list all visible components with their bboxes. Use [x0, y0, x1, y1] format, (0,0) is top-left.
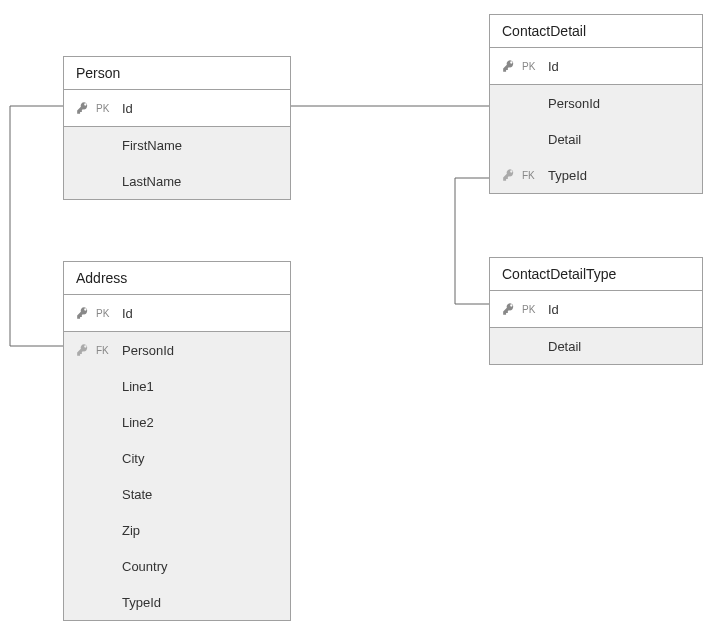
key-icon — [498, 59, 520, 73]
key-icon — [72, 343, 94, 357]
column-row[interactable]: FirstName — [64, 127, 290, 163]
column-row[interactable]: Country — [64, 548, 290, 584]
column-row[interactable]: PK Id — [490, 48, 702, 84]
column-name: Id — [118, 306, 282, 321]
entity-title: ContactDetail — [490, 15, 702, 48]
column-row[interactable]: City — [64, 440, 290, 476]
column-row[interactable]: LastName — [64, 163, 290, 199]
column-row[interactable]: PersonId — [490, 85, 702, 121]
entity-title: ContactDetailType — [490, 258, 702, 291]
key-icon — [498, 302, 520, 316]
column-row[interactable]: TypeId — [64, 584, 290, 620]
column-name: Id — [118, 101, 282, 116]
column-row[interactable]: State — [64, 476, 290, 512]
column-row[interactable]: Line2 — [64, 404, 290, 440]
entity-contact-detail-type[interactable]: ContactDetailType PK Id Detail — [489, 257, 703, 365]
entity-contact-detail[interactable]: ContactDetail PK Id PersonId Detail — [489, 14, 703, 194]
key-icon — [72, 101, 94, 115]
key-icon — [498, 168, 520, 182]
column-name: FirstName — [118, 138, 282, 153]
entity-address[interactable]: Address PK Id FK PersonId Line1 — [63, 261, 291, 621]
key-badge: PK — [520, 61, 544, 72]
column-name: PersonId — [118, 343, 282, 358]
column-name: TypeId — [118, 595, 282, 610]
column-name: Id — [544, 59, 694, 74]
entity-person[interactable]: Person PK Id FirstName LastName — [63, 56, 291, 200]
key-badge: PK — [520, 304, 544, 315]
entity-title: Person — [64, 57, 290, 90]
column-row[interactable]: FK PersonId — [64, 332, 290, 368]
column-name: Detail — [544, 339, 694, 354]
column-row[interactable]: PK Id — [490, 291, 702, 327]
column-row[interactable]: Detail — [490, 121, 702, 157]
column-name: Line2 — [118, 415, 282, 430]
column-name: LastName — [118, 174, 282, 189]
column-name: TypeId — [544, 168, 694, 183]
key-badge: FK — [520, 170, 544, 181]
column-name: Zip — [118, 523, 282, 538]
column-row[interactable]: Detail — [490, 328, 702, 364]
column-row[interactable]: Zip — [64, 512, 290, 548]
column-name: State — [118, 487, 282, 502]
column-row[interactable]: FK TypeId — [490, 157, 702, 193]
column-name: Detail — [544, 132, 694, 147]
column-name: Line1 — [118, 379, 282, 394]
column-row[interactable]: PK Id — [64, 295, 290, 331]
entity-title: Address — [64, 262, 290, 295]
column-name: Id — [544, 302, 694, 317]
column-name: Country — [118, 559, 282, 574]
er-diagram-canvas: Person PK Id FirstName LastName — [0, 0, 721, 631]
column-row[interactable]: Line1 — [64, 368, 290, 404]
column-name: PersonId — [544, 96, 694, 111]
key-badge: FK — [94, 345, 118, 356]
column-name: City — [118, 451, 282, 466]
key-icon — [72, 306, 94, 320]
key-badge: PK — [94, 103, 118, 114]
column-row[interactable]: PK Id — [64, 90, 290, 126]
key-badge: PK — [94, 308, 118, 319]
